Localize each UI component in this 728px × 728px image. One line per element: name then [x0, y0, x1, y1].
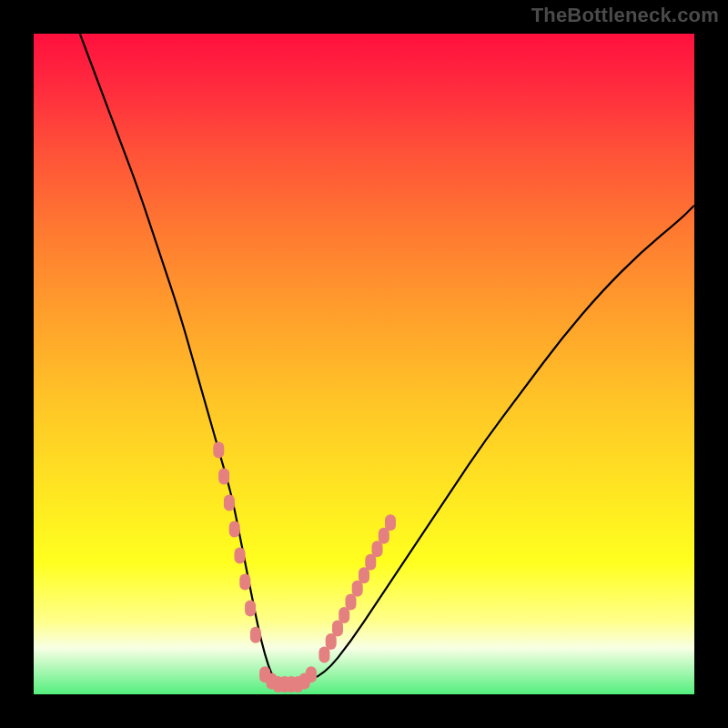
curve-marker: [359, 567, 369, 583]
curve-marker: [239, 574, 250, 591]
curve-marker: [372, 541, 383, 557]
curve-marker: [218, 468, 229, 484]
curve-marker: [318, 646, 329, 662]
curve-path: [80, 34, 694, 684]
curve-marker: [352, 581, 363, 597]
watermark-text: TheBottleneck.com: [531, 4, 719, 27]
curve-marker: [332, 620, 343, 636]
curve-markers: [213, 441, 396, 693]
chart-frame: TheBottleneck.com: [0, 0, 728, 728]
curve-marker: [346, 593, 357, 610]
plot-area: [34, 34, 694, 694]
curve-marker: [379, 528, 389, 544]
curve-marker: [326, 633, 337, 650]
curve-marker: [365, 554, 376, 571]
curve-marker: [224, 495, 235, 511]
curve-marker: [306, 666, 317, 682]
curve-marker: [245, 601, 256, 617]
curve-marker: [250, 627, 261, 643]
curve-marker: [229, 521, 240, 538]
bottleneck-curve: [34, 34, 694, 694]
curve-marker: [385, 514, 396, 531]
curve-marker: [213, 441, 224, 458]
curve-marker: [339, 607, 349, 623]
curve-marker: [235, 548, 246, 564]
